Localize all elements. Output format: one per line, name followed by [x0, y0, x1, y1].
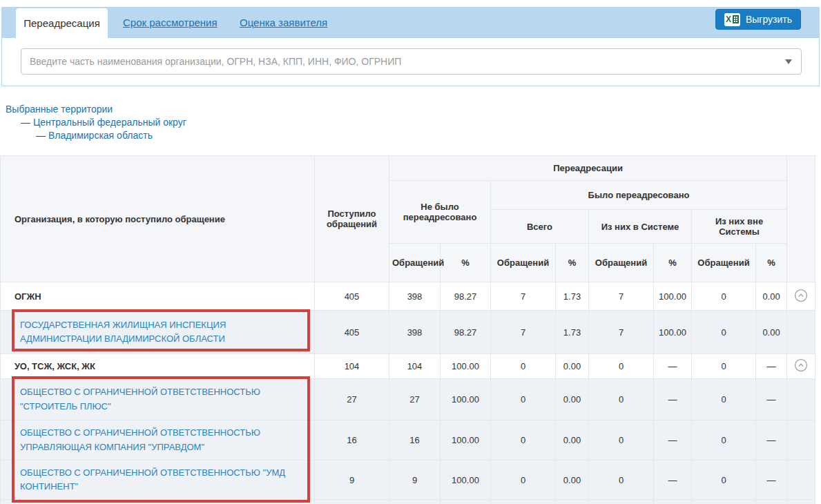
cell: 0	[589, 461, 654, 500]
cell: 7	[491, 282, 556, 311]
cell: 0	[692, 282, 756, 311]
cell: 398	[389, 282, 441, 311]
cell: 0	[589, 379, 654, 420]
selected-territories: Выбранные территории — Центральный федер…	[6, 103, 186, 142]
org-group-name: ОГЖН	[1, 282, 315, 311]
cell: 7	[589, 311, 654, 354]
tab-review-period[interactable]: Срок рассмотрения	[123, 7, 218, 37]
cell: 100.00	[441, 379, 491, 420]
territory-dash: —	[36, 130, 46, 141]
cell: 100.00	[441, 420, 491, 461]
col-header-collapse	[787, 156, 815, 282]
cell: —	[654, 354, 692, 379]
col-header-organization: Организация, в которую поступило обращен…	[1, 156, 315, 282]
org-link[interactable]: ГОСУДАРСТВЕННАЯ ЖИЛИЩНАЯ ИНСПЕКЦИЯ АДМИН…	[20, 320, 226, 344]
cell: 16	[389, 420, 441, 461]
cell: 0	[491, 461, 556, 500]
col-header-received: Поступило обращений	[315, 156, 389, 282]
cell: —	[756, 461, 787, 500]
cell: 1.73	[556, 282, 589, 311]
export-button-label: Выгрузить	[746, 14, 792, 25]
excel-icon-letter: X	[726, 15, 731, 23]
organization-search	[21, 48, 802, 75]
cell: 398	[389, 311, 441, 354]
export-button[interactable]: X Выгрузить	[715, 9, 801, 30]
cell: 100.00	[441, 461, 491, 500]
chevron-up-circle-icon	[794, 358, 808, 372]
org-link[interactable]: ОБЩЕСТВО С ОГРАНИЧЕННОЙ ОТВЕТСТВЕННОСТЬЮ…	[20, 387, 260, 411]
org-link[interactable]: ОБЩЕСТВО С ОГРАНИЧЕННОЙ ОТВЕТСТВЕННОСТЬЮ…	[20, 467, 285, 492]
table-row-org: ОБЩЕСТВО С ОГРАНИЧЕННОЙ ОТВЕТСТВЕННОСТЬЮ…	[1, 379, 815, 420]
territory-link-federal-district[interactable]: Центральный федеральный округ	[33, 117, 186, 128]
cell: 100.00	[654, 311, 692, 354]
filter-panel	[1, 37, 820, 86]
collapse-button[interactable]	[794, 358, 808, 372]
cell: 27	[389, 379, 441, 420]
cell: —	[654, 420, 692, 461]
cell: 0	[491, 379, 556, 420]
cell: 0	[692, 379, 756, 420]
col-header-out-system: Из них вне Системы	[692, 210, 787, 244]
report-page: Переадресация Срок рассмотрения Оценка з…	[0, 0, 821, 504]
cell: —	[756, 420, 787, 461]
col-header-percent: %	[556, 244, 589, 282]
redirections-table: Организация, в которую поступило обращен…	[0, 155, 815, 504]
cell: —	[756, 379, 787, 420]
cell: 16	[315, 420, 389, 461]
cell: 0	[692, 461, 756, 500]
excel-icon: X	[724, 13, 740, 26]
cell: —	[756, 354, 787, 379]
excel-icon-grid	[733, 15, 739, 23]
territories-title: Выбранные территории	[6, 103, 186, 116]
cell: 0.00	[756, 282, 787, 311]
cell: 405	[315, 311, 389, 354]
dropdown-arrow-icon[interactable]	[785, 59, 792, 64]
col-header-redirected: Было переадресовано	[491, 181, 787, 210]
tab-applicant-rating[interactable]: Оценка заявителя	[240, 7, 327, 37]
table-row-org: ОБЩЕСТВО С ОГРАНИЧЕННОЙ ОТВЕТСТВЕННОСТЬЮ…	[1, 461, 815, 500]
collapse-button[interactable]	[794, 289, 808, 302]
cell: 98.27	[441, 311, 491, 354]
cell: 405	[315, 282, 389, 311]
col-header-percent: %	[441, 244, 491, 282]
chevron-up-circle-icon	[794, 289, 808, 302]
table-row-org: ОБЩЕСТВО С ОГРАНИЧЕННОЙ ОТВЕТСТВЕННОСТЬЮ…	[1, 420, 815, 461]
org-group-name: УО, ТСЖ, ЖСК, ЖК	[1, 354, 315, 379]
col-header-appeals: Обращений	[589, 244, 654, 282]
table-row-partial	[1, 500, 815, 504]
tab-redirection[interactable]: Переадресация	[16, 8, 108, 38]
org-link[interactable]: ОБЩЕСТВО С ОГРАНИЧЕННОЙ ОТВЕТСТВЕННОСТЬЮ…	[20, 427, 260, 452]
col-header-percent: %	[654, 244, 692, 282]
cell: 0	[692, 420, 756, 461]
cell: 0	[692, 354, 756, 379]
table-row-group: ОГЖН 405 398 98.27 7 1.73 7 100.00 0 0.0…	[1, 282, 815, 311]
cell: 0	[491, 354, 556, 379]
col-header-not-redirected: Не было переадресовано	[389, 181, 491, 244]
cell: 98.27	[441, 282, 491, 311]
cell: 7	[491, 311, 556, 354]
table-row-group: УО, ТСЖ, ЖСК, ЖК 104 104 100.00 0 0.00 0…	[1, 354, 815, 379]
col-header-total: Всего	[491, 210, 589, 244]
cell: 0.00	[556, 461, 589, 500]
tab-bar: Переадресация Срок рассмотрения Оценка з…	[1, 7, 820, 37]
cell: 7	[589, 282, 654, 311]
col-header-appeals: Обращений	[692, 244, 756, 282]
territory-link-region[interactable]: Владимирская область	[48, 130, 153, 141]
cell: —	[654, 379, 692, 420]
col-header-appeals: Обращений	[389, 244, 441, 282]
cell: 104	[315, 354, 389, 379]
cell: 0	[589, 354, 654, 379]
cell: 9	[389, 461, 441, 500]
cell: 0	[589, 420, 654, 461]
territory-dash: —	[21, 117, 30, 128]
cell: 9	[315, 461, 389, 500]
cell: 27	[315, 379, 389, 420]
territory-item: — Владимирская область	[6, 129, 186, 142]
col-header-appeals: Обращений	[491, 244, 556, 282]
organization-search-input[interactable]	[21, 48, 802, 75]
col-header-percent: %	[756, 244, 787, 282]
table-row-org: ГОСУДАРСТВЕННАЯ ЖИЛИЩНАЯ ИНСПЕКЦИЯ АДМИН…	[1, 311, 815, 354]
cell: 0	[491, 420, 556, 461]
cell: 100.00	[441, 354, 491, 379]
cell: —	[654, 461, 692, 500]
